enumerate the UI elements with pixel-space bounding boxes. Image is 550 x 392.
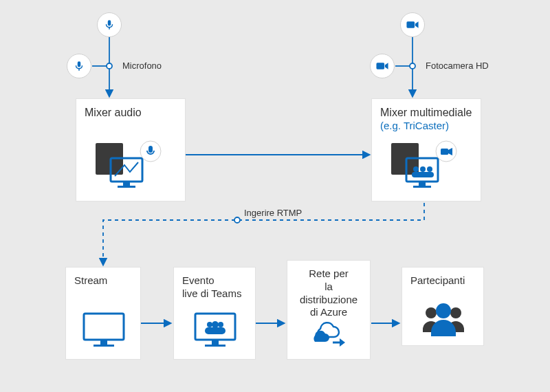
svg-rect-7 <box>123 182 130 186</box>
camera-icon <box>400 12 425 37</box>
audio-mixer-box: Mixer audio <box>76 98 186 202</box>
svg-rect-20 <box>84 314 124 340</box>
svg-point-15 <box>420 166 426 172</box>
azure-cdn-box: Rete per la distribuzione di Azure <box>287 260 371 360</box>
azure-cdn-title: Rete per la distribuzione di Azure <box>296 268 362 319</box>
people-icon <box>416 301 471 338</box>
teams-live-box: Evento live di Teams <box>173 267 256 360</box>
desktop-camera-icon <box>386 139 461 194</box>
svg-rect-13 <box>413 186 431 188</box>
svg-point-16 <box>427 166 432 172</box>
monitor-people-icon <box>191 309 239 351</box>
svg-rect-8 <box>118 186 135 188</box>
svg-rect-25 <box>205 345 226 347</box>
camera-icon <box>370 54 395 78</box>
svg-rect-19 <box>441 149 448 155</box>
monitor-icon <box>80 309 128 351</box>
media-mixer-box: Mixer multimediale (e.g. TriCaster) <box>371 98 481 202</box>
svg-rect-3 <box>406 21 415 28</box>
ingest-label: Ingerire RTMP <box>244 208 302 218</box>
svg-point-1 <box>410 63 415 69</box>
svg-point-31 <box>450 307 461 318</box>
desktop-mic-icon <box>90 139 166 194</box>
svg-rect-22 <box>94 345 114 347</box>
cloud-arrow-icon <box>305 316 353 351</box>
svg-point-14 <box>413 166 419 172</box>
svg-rect-29 <box>205 327 226 334</box>
microphone-label: Microfono <box>122 61 162 71</box>
svg-rect-24 <box>212 340 219 345</box>
stream-box: Stream <box>65 267 141 360</box>
microphone-icon <box>67 54 91 78</box>
svg-rect-4 <box>376 63 384 69</box>
svg-point-27 <box>212 321 219 328</box>
svg-point-30 <box>426 307 437 318</box>
svg-rect-17 <box>412 172 434 177</box>
attendees-title: Partecipanti <box>410 274 475 287</box>
svg-rect-12 <box>419 182 426 186</box>
svg-point-28 <box>218 322 223 327</box>
attendees-box: Partecipanti <box>402 267 484 346</box>
camera-label: Fotocamera HD <box>426 61 489 71</box>
media-mixer-subtitle: (e.g. TriCaster) <box>380 120 472 131</box>
svg-point-26 <box>207 322 212 327</box>
teams-live-title: Evento live di Teams <box>182 274 247 301</box>
microphone-icon <box>97 12 122 37</box>
media-mixer-title: Mixer multimediale <box>380 106 472 120</box>
svg-point-2 <box>234 217 240 223</box>
svg-point-0 <box>107 63 112 69</box>
svg-point-32 <box>436 303 451 318</box>
svg-rect-21 <box>100 340 107 345</box>
stream-title: Stream <box>74 274 132 287</box>
audio-mixer-title: Mixer audio <box>85 106 177 120</box>
